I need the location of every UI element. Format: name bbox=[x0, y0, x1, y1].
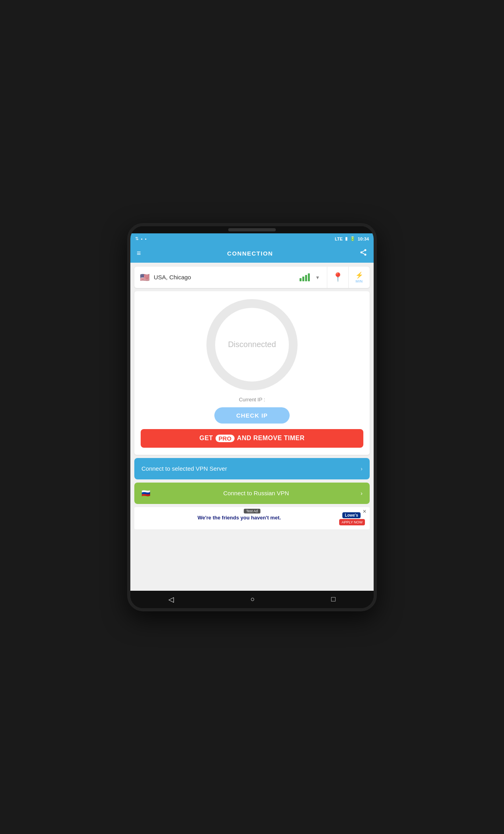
app-icon: ▪ bbox=[145, 237, 147, 241]
share-icon[interactable] bbox=[359, 248, 367, 258]
connection-area: Disconnected Current IP : CHECK IP GET P… bbox=[134, 291, 370, 455]
svg-point-2 bbox=[364, 254, 366, 256]
get-pro-suffix: AND REMOVE TIMER bbox=[237, 435, 305, 442]
connect-selected-label: Connect to selected VPN Server bbox=[141, 465, 227, 472]
pro-badge: PRO bbox=[216, 435, 235, 442]
signal-bar-1 bbox=[300, 278, 302, 281]
home-button[interactable]: ○ bbox=[247, 592, 258, 607]
status-bar: ⇅ ▪ ▪ LTE ▮ 🔋 10:34 bbox=[130, 233, 374, 244]
phone-notch bbox=[130, 226, 374, 233]
time-label: 10:34 bbox=[358, 237, 369, 241]
ad-banner: Test Ad We're the friends you haven't me… bbox=[134, 507, 370, 529]
ad-text: We're the friends you haven't met. bbox=[139, 514, 339, 521]
battery-icon: 🔋 bbox=[350, 236, 355, 241]
location-pin-icon: 📍 bbox=[332, 272, 343, 282]
status-right-area: LTE ▮ 🔋 10:34 bbox=[335, 236, 369, 241]
server-selector[interactable]: 🇺🇸 USA, Chicago ▾ 📍 ⚡ MIN bbox=[134, 267, 370, 288]
location-button[interactable]: 📍 bbox=[327, 267, 348, 288]
signal-icon: ▮ bbox=[345, 236, 347, 241]
server-name-label: USA, Chicago bbox=[154, 274, 191, 281]
connection-circle-container[interactable]: Disconnected bbox=[206, 299, 298, 390]
status-left-icons: ⇅ ▪ ▪ bbox=[135, 236, 147, 241]
back-button[interactable]: ◁ bbox=[165, 592, 177, 607]
svg-line-4 bbox=[362, 250, 365, 252]
ad-brand-badge: Lowe's bbox=[342, 512, 361, 518]
header-title: CONNECTION bbox=[227, 250, 273, 257]
connect-selected-button[interactable]: Connect to selected VPN Server › bbox=[134, 458, 370, 479]
svg-point-1 bbox=[360, 252, 362, 254]
connect-russian-button[interactable]: 🇷🇺 Connect to Russian VPN › bbox=[134, 483, 370, 504]
ad-close-icon[interactable]: ✕ bbox=[363, 509, 367, 514]
connect-selected-arrow: › bbox=[361, 466, 363, 472]
phone-frame: ⇅ ▪ ▪ LTE ▮ 🔋 10:34 ≡ CONNECTION bbox=[127, 223, 377, 611]
apply-now-button[interactable]: APPLY NOW bbox=[339, 519, 365, 525]
ad-brand-area: Lowe's APPLY NOW bbox=[339, 511, 365, 525]
notification-icon: ▪ bbox=[141, 237, 143, 241]
server-flag: 🇺🇸 bbox=[140, 273, 150, 282]
connection-circle[interactable]: Disconnected bbox=[206, 299, 298, 390]
signal-bars bbox=[300, 273, 310, 281]
lightning-icon: ⚡ bbox=[355, 271, 363, 279]
data-transfer-icon: ⇅ bbox=[135, 236, 139, 241]
get-pro-button[interactable]: GET PRO AND REMOVE TIMER bbox=[141, 429, 363, 448]
menu-icon[interactable]: ≡ bbox=[137, 249, 141, 258]
check-ip-button[interactable]: CHECK IP bbox=[214, 407, 290, 424]
bottom-nav: ◁ ○ □ bbox=[130, 591, 374, 608]
russian-flag-icon: 🇷🇺 bbox=[141, 489, 150, 498]
current-ip-label: Current IP : bbox=[239, 397, 265, 403]
min-label: MIN bbox=[356, 279, 363, 283]
app-header: ≡ CONNECTION bbox=[130, 244, 374, 263]
dropdown-arrow-icon: ▾ bbox=[316, 274, 319, 281]
recents-button[interactable]: □ bbox=[328, 592, 339, 607]
signal-bar-2 bbox=[302, 277, 304, 281]
get-pro-prefix: GET bbox=[199, 435, 213, 442]
network-type-label: LTE bbox=[335, 237, 343, 241]
signal-bar-3 bbox=[305, 275, 307, 281]
main-content: 🇺🇸 USA, Chicago ▾ 📍 ⚡ MIN bbox=[130, 263, 374, 591]
server-info: 🇺🇸 USA, Chicago ▾ bbox=[134, 273, 327, 282]
connect-russian-arrow: › bbox=[361, 490, 363, 496]
connection-status-text: Disconnected bbox=[228, 340, 276, 349]
notch-bar bbox=[228, 228, 276, 231]
svg-line-3 bbox=[362, 253, 365, 254]
svg-point-0 bbox=[364, 249, 366, 251]
signal-bar-4 bbox=[308, 273, 310, 281]
ad-label: Test Ad bbox=[244, 509, 260, 513]
connect-russian-label: Connect to Russian VPN bbox=[223, 490, 289, 496]
min-button[interactable]: ⚡ MIN bbox=[348, 267, 370, 288]
